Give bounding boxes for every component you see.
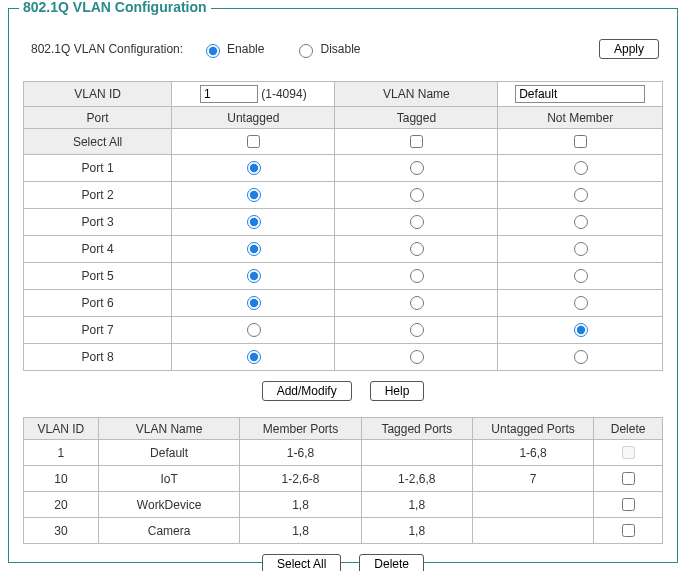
vlan-row-tagged: 1,8	[361, 518, 472, 544]
select-all-untagged-cell	[172, 129, 335, 155]
config-label: 802.1Q VLAN Configuration:	[31, 42, 183, 56]
port-tagged-radio[interactable]	[410, 215, 424, 229]
port-row: Port 4	[24, 236, 663, 263]
port-tagged-radio[interactable]	[410, 242, 424, 256]
port-tagged-radio[interactable]	[410, 323, 424, 337]
port-untagged-radio[interactable]	[247, 296, 261, 310]
hdr-list-delete: Delete	[594, 418, 663, 440]
help-button[interactable]: Help	[370, 381, 425, 401]
port-notmember-cell	[498, 209, 663, 236]
vlan-row-id: 1	[24, 440, 99, 466]
port-untagged-cell	[172, 317, 335, 344]
port-untagged-radio[interactable]	[247, 188, 261, 202]
port-label: Port 3	[24, 209, 172, 236]
vlan-row-name: WorkDevice	[98, 492, 240, 518]
port-untagged-cell	[172, 155, 335, 182]
port-untagged-radio[interactable]	[247, 350, 261, 364]
port-tagged-cell	[335, 344, 498, 371]
vlan-row-id: 10	[24, 466, 99, 492]
port-notmember-radio[interactable]	[574, 242, 588, 256]
port-tagged-radio[interactable]	[410, 350, 424, 364]
port-tagged-radio[interactable]	[410, 269, 424, 283]
port-tagged-radio[interactable]	[410, 161, 424, 175]
port-notmember-radio[interactable]	[574, 188, 588, 202]
port-untagged-cell	[172, 290, 335, 317]
port-untagged-radio[interactable]	[247, 323, 261, 337]
vlan-row-tagged: 1,8	[361, 492, 472, 518]
port-untagged-cell	[172, 344, 335, 371]
vlan-row-member: 1-2,6-8	[240, 466, 361, 492]
panel-title: 802.1Q VLAN Configuration	[19, 0, 211, 15]
vlan-row-delete-checkbox	[622, 446, 635, 459]
port-notmember-radio[interactable]	[574, 296, 588, 310]
port-button-row: Add/Modify Help	[23, 381, 663, 401]
port-notmember-radio[interactable]	[574, 350, 588, 364]
port-notmember-cell	[498, 290, 663, 317]
vlan-list-table: VLAN ID VLAN Name Member Ports Tagged Po…	[23, 417, 663, 544]
vlan-row-delete-checkbox[interactable]	[622, 472, 635, 485]
port-untagged-radio[interactable]	[247, 215, 261, 229]
port-notmember-radio[interactable]	[574, 269, 588, 283]
vlan-id-input[interactable]	[200, 85, 258, 103]
vlan-row-untagged: 1-6,8	[472, 440, 593, 466]
disable-option[interactable]: Disable	[294, 41, 360, 58]
vlan-row-tagged	[361, 440, 472, 466]
hdr-vlan-id: VLAN ID	[24, 82, 172, 107]
hdr-not-member: Not Member	[498, 107, 663, 129]
port-untagged-radio[interactable]	[247, 161, 261, 175]
port-notmember-cell	[498, 155, 663, 182]
port-table: VLAN ID (1-4094) VLAN Name Port Untagged…	[23, 81, 663, 371]
vlan-row-delete-checkbox[interactable]	[622, 498, 635, 511]
vlan-row-delete-cell	[594, 440, 663, 466]
vlan-row-id: 30	[24, 518, 99, 544]
disable-radio[interactable]	[299, 44, 313, 58]
vlan-row-name: Default	[98, 440, 240, 466]
enable-option[interactable]: Enable	[201, 41, 264, 58]
hdr-list-untagged: Untagged Ports	[472, 418, 593, 440]
list-button-row: Select All Delete	[23, 554, 663, 571]
select-all-button[interactable]: Select All	[262, 554, 341, 571]
vlan-row-delete-checkbox[interactable]	[622, 524, 635, 537]
enable-disable-group: Enable Disable	[201, 41, 360, 58]
vlan-row-untagged	[472, 492, 593, 518]
port-tagged-radio[interactable]	[410, 188, 424, 202]
port-notmember-radio[interactable]	[574, 215, 588, 229]
delete-button[interactable]: Delete	[359, 554, 424, 571]
select-all-notmember-cell	[498, 129, 663, 155]
vlan-id-cell: (1-4094)	[172, 82, 335, 107]
hdr-vlan-name: VLAN Name	[335, 82, 498, 107]
port-label: Port 5	[24, 263, 172, 290]
port-notmember-radio[interactable]	[574, 161, 588, 175]
port-untagged-cell	[172, 263, 335, 290]
port-notmember-radio[interactable]	[574, 323, 588, 337]
hdr-untagged: Untagged	[172, 107, 335, 129]
port-tagged-cell	[335, 155, 498, 182]
vlan-name-input[interactable]	[515, 85, 645, 103]
vlan-row: 20WorkDevice1,81,8	[24, 492, 663, 518]
vlan-row-untagged: 7	[472, 466, 593, 492]
port-tagged-cell	[335, 263, 498, 290]
port-tagged-cell	[335, 317, 498, 344]
port-row: Port 8	[24, 344, 663, 371]
port-untagged-radio[interactable]	[247, 269, 261, 283]
add-modify-button[interactable]: Add/Modify	[262, 381, 352, 401]
port-row: Port 7	[24, 317, 663, 344]
port-untagged-radio[interactable]	[247, 242, 261, 256]
port-notmember-cell	[498, 236, 663, 263]
port-notmember-cell	[498, 317, 663, 344]
port-label: Port 6	[24, 290, 172, 317]
select-all-notmember-checkbox[interactable]	[574, 135, 587, 148]
port-tagged-radio[interactable]	[410, 296, 424, 310]
vlan-row-delete-cell	[594, 466, 663, 492]
hdr-list-vlan-name: VLAN Name	[98, 418, 240, 440]
apply-button[interactable]: Apply	[599, 39, 659, 59]
select-all-tagged-checkbox[interactable]	[410, 135, 423, 148]
hdr-list-tagged: Tagged Ports	[361, 418, 472, 440]
select-all-untagged-checkbox[interactable]	[247, 135, 260, 148]
vlan-name-cell	[498, 82, 663, 107]
vlan-row-name: IoT	[98, 466, 240, 492]
port-label: Port 7	[24, 317, 172, 344]
port-untagged-cell	[172, 182, 335, 209]
port-label: Port 8	[24, 344, 172, 371]
enable-radio[interactable]	[206, 44, 220, 58]
